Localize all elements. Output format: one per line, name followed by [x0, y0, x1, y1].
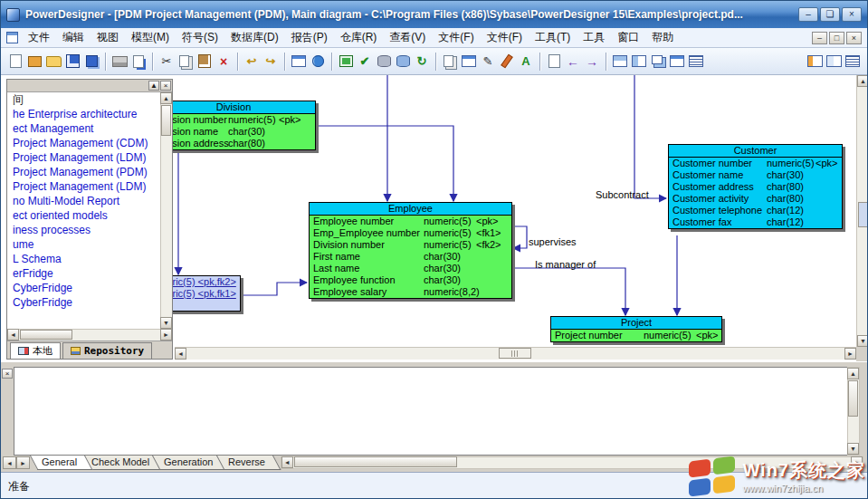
table-row[interactable]: Division addresschar(80): [152, 138, 315, 149]
table-employee[interactable]: Employee Employee numbernumeric(5)<pk> E…: [309, 202, 512, 299]
new-document-icon[interactable]: [6, 52, 24, 71]
table-row[interactable]: Customer addresschar(80): [669, 181, 842, 193]
menu-help[interactable]: 帮助: [645, 28, 680, 47]
delete-icon[interactable]: ×: [215, 52, 233, 71]
table-project[interactable]: Project Project numbernumeric(5)<pk>: [550, 316, 722, 342]
tree-item[interactable]: Project Management (LDM): [7, 150, 172, 165]
menu-view[interactable]: 视图: [91, 28, 125, 47]
tab-scroll-left-icon[interactable]: ◄: [3, 456, 16, 469]
table-row[interactable]: Employee numbernumeric(5)<pk>: [310, 216, 511, 227]
report-icon[interactable]: [337, 52, 355, 71]
tree-item[interactable]: ect Management: [7, 121, 172, 136]
menu-repository[interactable]: 仓库(R): [334, 28, 384, 47]
scroll-left-icon[interactable]: ◄: [281, 456, 293, 468]
tile-vertical-icon[interactable]: [630, 52, 648, 71]
browser-pane-icon[interactable]: [806, 52, 824, 71]
menu-database[interactable]: 数据库(D): [224, 28, 285, 47]
table-row[interactable]: Employee salarynumeric(8,2): [310, 286, 511, 298]
properties-icon[interactable]: [290, 52, 308, 71]
compare-model-icon[interactable]: [460, 52, 478, 71]
table-row[interactable]: Division numbernumeric(5)<pk>: [152, 114, 315, 126]
tree-item[interactable]: CyberFridge: [7, 295, 172, 310]
table-customer[interactable]: Customer Customer numbernumeric(5)<pk> C…: [668, 144, 843, 229]
output-close-icon[interactable]: ×: [2, 369, 13, 379]
scroll-right-icon[interactable]: ►: [160, 329, 172, 341]
output-panel-grip[interactable]: ×: [1, 367, 14, 456]
table-row[interactable]: First namechar(30): [310, 251, 511, 263]
tree-item[interactable]: ume: [7, 237, 172, 252]
tab-repository[interactable]: Repository: [62, 342, 152, 359]
menu-model[interactable]: 模型(M): [125, 28, 176, 47]
refresh-icon[interactable]: ↻: [413, 52, 431, 71]
copy-image-icon[interactable]: [545, 52, 563, 71]
output-list[interactable]: [14, 367, 847, 456]
diagram-vertical-scrollbar[interactable]: ▲ ▼: [856, 75, 867, 347]
scroll-thumb[interactable]: [499, 348, 531, 359]
web-browser-icon[interactable]: [309, 52, 327, 71]
scroll-thumb[interactable]: [20, 330, 72, 340]
table-row[interactable]: Customer activitychar(80): [669, 193, 842, 205]
save-icon[interactable]: [63, 52, 81, 71]
copy-icon[interactable]: [176, 52, 195, 71]
table-row[interactable]: Last namechar(30): [310, 263, 511, 274]
table-title[interactable]: Customer: [669, 145, 842, 158]
scroll-up-icon[interactable]: ▲: [160, 92, 172, 104]
format-painter-icon[interactable]: [498, 52, 516, 71]
table-row[interactable]: Customer namechar(30): [669, 169, 842, 181]
close-button[interactable]: ×: [842, 7, 862, 22]
table-row[interactable]: Emp_Employee numbernumeric(5)<fk1>: [310, 227, 511, 239]
tree-item[interactable]: Project Management (CDM): [7, 136, 172, 150]
menu-browse[interactable]: 查看(V): [383, 28, 432, 47]
redo-icon[interactable]: ↪: [262, 52, 280, 71]
print-icon[interactable]: [110, 52, 129, 71]
scroll-right-icon[interactable]: ►: [844, 348, 856, 360]
menu-report[interactable]: 报告(P): [285, 28, 334, 47]
titlebar[interactable]: PowerDesigner - [PDM Project Management …: [1, 1, 867, 28]
tab-general[interactable]: General: [30, 456, 93, 470]
tree-item[interactable]: he Enterprise architecture: [7, 107, 172, 121]
back-icon[interactable]: ←: [564, 52, 582, 71]
menu-tools2[interactable]: 工具: [577, 28, 611, 47]
table-title[interactable]: Employee: [310, 203, 511, 216]
link-label-subcontract[interactable]: Subcontract: [596, 189, 649, 200]
tab-local[interactable]: 本地: [10, 342, 61, 359]
tree-item[interactable]: CyberFridge: [7, 281, 172, 295]
tree-item[interactable]: ect oriented models: [7, 208, 172, 223]
table-row[interactable]: Division namechar(30): [152, 126, 315, 138]
output-pane-icon[interactable]: [825, 52, 843, 71]
child-restore-button[interactable]: □: [829, 32, 844, 44]
check-model-icon[interactable]: ✔: [356, 52, 374, 71]
forward-icon[interactable]: →: [583, 52, 601, 71]
minimize-button[interactable]: –: [798, 7, 818, 22]
scroll-down-icon[interactable]: ▼: [857, 335, 867, 347]
open-model-icon[interactable]: [25, 52, 43, 71]
tree-item[interactable]: Project Management (LDM): [7, 179, 172, 194]
scroll-up-icon[interactable]: ▲: [847, 368, 859, 379]
menu-symbol[interactable]: 符号(S): [176, 28, 224, 47]
table-row[interactable]: Employee functionchar(30): [310, 274, 511, 286]
browser-tree[interactable]: 间 he Enterprise architecture ect Managem…: [7, 92, 172, 329]
merge-model-icon[interactable]: [441, 52, 459, 71]
scroll-thumb[interactable]: [294, 456, 457, 467]
menu-edit[interactable]: 编辑: [56, 28, 91, 47]
result-list-icon[interactable]: [844, 52, 862, 71]
pen-tool-icon[interactable]: ✎: [479, 52, 497, 71]
child-window-icon[interactable]: [6, 32, 18, 43]
tree-item[interactable]: L Schema: [7, 252, 172, 266]
diagram-canvas[interactable]: Division Division numbernumeric(5)<pk> D…: [1, 75, 867, 361]
undo-icon[interactable]: ↩: [243, 52, 261, 71]
menu-file3[interactable]: 文件(F): [481, 28, 529, 47]
generate-database-icon[interactable]: [375, 52, 393, 71]
tree-item[interactable]: 间: [7, 92, 172, 107]
save-all-icon[interactable]: [82, 52, 100, 71]
tab-scroll-right-icon[interactable]: ►: [16, 456, 30, 469]
tile-horizontal-icon[interactable]: [611, 52, 629, 71]
diagram-horizontal-scrollbar[interactable]: ◄ ►: [175, 347, 856, 360]
cut-icon[interactable]: ✂: [157, 52, 176, 71]
menu-file2[interactable]: 文件(F): [432, 28, 480, 47]
table-row[interactable]: Customer numbernumeric(5)<pk>: [669, 158, 842, 169]
scroll-left-icon[interactable]: ◄: [175, 348, 186, 360]
menu-file[interactable]: 文件: [22, 28, 56, 47]
link-label-supervises[interactable]: supervises: [529, 236, 577, 247]
open-folder-icon[interactable]: [44, 52, 62, 71]
